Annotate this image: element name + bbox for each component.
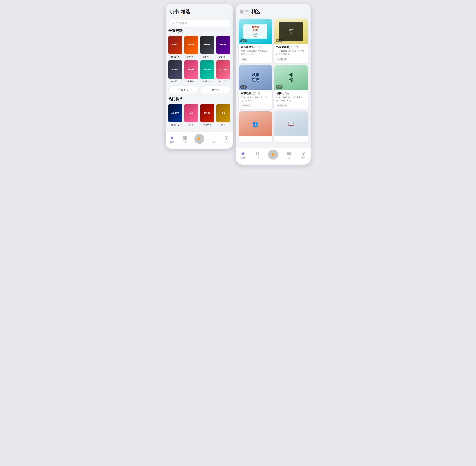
featured-card-5[interactable]: 👥 [239,111,272,142]
list-item[interactable]: 遮天 遮天 [216,104,230,127]
svg-rect-9 [214,137,214,139]
right-home-icon [241,151,245,156]
book-cover: 真人剧情 [168,60,182,79]
category-icon [183,136,187,140]
card-5-body [239,136,272,142]
featured-grid: 麦肯锡思维 THEMcKINSEYMIND 听书 麦肯锡思维(已完结) 作者：(… [236,19,311,142]
nav-play[interactable] [191,134,207,145]
home-icon [170,136,174,140]
list-item[interactable]: 俗世妖人 俗世妖人 [168,36,182,58]
list-item[interactable]: 大奉打更人 大奉打… [168,104,182,127]
card-4-tag: 玄幻奇幻 [276,104,287,107]
svg-rect-18 [287,152,288,155]
book-title: 大奉打… [168,124,182,127]
recent-section: 最近更新 俗世妖人 俗世妖人 大明镇河 大明：… 我的谋 [166,28,233,93]
list-item[interactable]: 完美世界 完美世界 [200,104,214,127]
action-buttons: 查看更多 换一批 [168,86,230,93]
svg-point-23 [303,153,304,154]
right-nav-play[interactable] [265,150,282,161]
right-title-main: 听书 [240,9,250,15]
bottom-nav: 首页 分类 书架 [166,132,233,149]
next-batch-button[interactable]: 换一批 [201,86,230,93]
card-4-cover: 修悟 听书 [274,65,308,90]
list-item[interactable]: 我的老婆 我的老… [216,36,230,58]
svg-rect-20 [289,153,290,155]
card-4-title: 修悟(已完结) [276,92,306,95]
svg-rect-13 [243,154,244,155]
right-play-button[interactable] [268,150,278,160]
list-item[interactable]: 剑来 剑来 [184,104,198,127]
left-title-sub: 精选 [181,9,190,15]
list-item[interactable]: 大明镇河 大明：… [184,36,198,58]
right-bottom-nav: 首页 分类 书架 [236,148,311,164]
hot-book-grid: 大奉打更人 大奉打… 剑来 剑来 完美世界 完美世界 [168,104,230,127]
nav-home[interactable]: 首页 [166,136,178,143]
nav-shelf-label: 书架 [212,141,215,143]
featured-card-4[interactable]: 修悟 听书 修悟(已完结) 作者：将进 修悟！悟才是王道。曲折的生命… 玄幻奇幻 [274,65,308,109]
right-shelf-icon [287,151,291,156]
hot-title: 热门榜单 [168,97,230,102]
book-cover: 俗世妖人 [168,36,182,54]
right-nav-shelf-label: 书架 [287,157,291,159]
right-nav-profile-label: 我的 [301,157,305,159]
svg-rect-19 [288,152,289,155]
card-1-title: 麦肯锡思维(已完结) [241,46,270,49]
book-title: 我的老… [216,55,230,58]
left-header: 听书 精选 [166,4,233,17]
svg-point-12 [226,137,227,138]
book-cover: 我的谋略 [200,36,214,54]
book-cover: 剑来 [184,104,198,122]
right-play-icon [272,153,275,156]
card-1-tag: 财经 [241,58,248,61]
card-6-cover: 📖 [274,111,308,136]
svg-rect-21 [290,152,291,155]
view-more-button[interactable]: 查看更多 [168,86,198,93]
featured-card-3[interactable]: 城市疤痕 听书 城市疤痕(已完结) 作者：岳本祖 人生如梦，再丰盈的青春时… 古… [239,65,272,109]
right-nav-home[interactable]: 首页 [236,151,250,159]
nav-shelf[interactable]: 书架 [207,136,220,143]
right-nav-shelf[interactable]: 书架 [282,151,296,159]
nav-category[interactable]: 分类 [178,136,191,143]
right-category-icon [255,151,260,156]
right-nav-profile[interactable]: 我的 [296,151,311,159]
svg-line-1 [173,24,174,24]
book-title: 越界招惹 [184,80,198,83]
book-title: 俗世妖人 [168,55,182,58]
book-title: 浪荡修… [200,80,214,83]
book-title: 遮天 [216,124,230,127]
svg-rect-2 [171,138,172,139]
list-item[interactable]: 我的谋略 我的谋… [200,36,214,58]
book-cover: 大明镇河 [184,36,198,54]
book-cover: 遮天 [216,104,230,122]
list-item[interactable]: 越界招惹 越界招惹 [184,60,198,83]
nav-profile-label: 我的 [225,141,228,143]
nav-home-label: 首页 [170,141,174,143]
card-4-body: 修悟(已完结) 作者：将进 修悟！悟才是王道。曲折的生命… 玄幻奇幻 [274,90,308,109]
featured-card-1[interactable]: 麦肯锡思维 THEMcKINSEYMIND 听书 麦肯锡思维(已完结) 作者：(… [239,19,272,63]
card-5-cover: 👥 [239,111,272,136]
left-phone: 听书 精选 书名/作者 最近更新 俗世妖人 俗世妖人 [166,4,233,149]
right-header: 听书 精选 [236,4,311,17]
search-placeholder: 书名/作者 [176,22,187,25]
list-item[interactable]: 浪荡修仙 浪荡修… [200,60,214,83]
featured-card-6[interactable]: 📖 [274,111,308,142]
profile-icon [224,136,229,140]
list-item[interactable]: 真人剧情 真人剧… [168,60,182,83]
card-2-cover: 黑客🎭 听书 [274,19,308,44]
svg-rect-6 [185,138,187,140]
svg-rect-14 [256,152,257,153]
book-cover: 完美世界 [200,104,214,122]
svg-rect-15 [258,152,259,153]
search-bar[interactable]: 书名/作者 [168,20,230,27]
svg-rect-8 [213,136,213,139]
card-2-badge: 听书 [276,39,283,43]
featured-card-2[interactable]: 黑客🎭 听书 指间的黑客(已完结) 一位名叫杨天的黑客，为了寻找自己两位兄… 玄… [274,19,308,63]
book-cover: 我的老婆 [216,36,230,54]
list-item[interactable]: 亿万豪婚 亿万豪… [216,60,230,83]
nav-profile[interactable]: 我的 [220,136,233,143]
play-button[interactable] [194,134,204,144]
right-nav-category[interactable]: 分类 [250,151,265,159]
book-title: 亿万豪… [216,80,230,83]
book-title: 大明：… [184,55,198,58]
recent-title: 最近更新 [168,28,230,33]
